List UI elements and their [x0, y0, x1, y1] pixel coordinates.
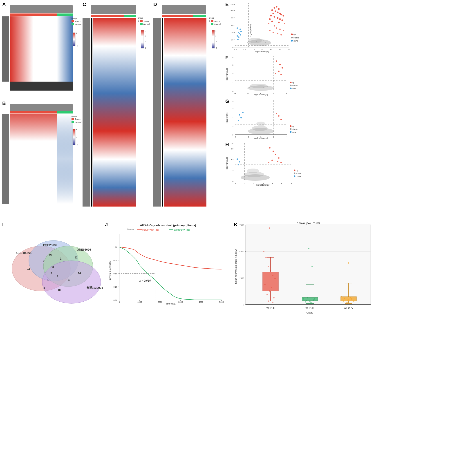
svg-point-347 [272, 302, 273, 303]
svg-text:1.5: 1.5 [261, 49, 263, 51]
svg-point-182 [290, 82, 292, 83]
svg-text:group: group [71, 115, 77, 117]
svg-text:0: 0 [216, 35, 217, 37]
svg-rect-51 [162, 18, 163, 206]
svg-text:2: 2 [273, 136, 274, 138]
svg-point-337 [268, 266, 269, 267]
svg-point-117 [277, 12, 279, 13]
svg-point-360 [310, 302, 312, 303]
svg-text:0.00: 0.00 [113, 299, 117, 301]
svg-point-175 [278, 71, 279, 72]
svg-point-364 [312, 266, 313, 267]
svg-point-124 [277, 17, 279, 19]
svg-text:WHO III: WHO III [305, 307, 314, 309]
svg-text:2: 2 [209, 20, 210, 22]
svg-point-105 [236, 35, 238, 37]
svg-point-123 [274, 16, 275, 18]
svg-point-132 [274, 25, 275, 26]
svg-point-379 [348, 262, 349, 264]
svg-rect-56 [211, 20, 213, 22]
svg-text:1395: 1395 [87, 285, 93, 288]
main-container: A group Tumor Normal [0, 0, 461, 476]
svg-text:0: 0 [52, 266, 54, 269]
svg-point-255 [238, 164, 239, 165]
svg-rect-48 [162, 5, 206, 14]
svg-text:-log10(pvalue): -log10(pvalue) [249, 24, 252, 37]
svg-point-140 [247, 42, 248, 43]
svg-text:-log10(pvalue): -log10(pvalue) [226, 68, 228, 81]
svg-rect-60 [212, 30, 215, 48]
svg-point-208 [256, 122, 265, 126]
svg-point-244 [247, 169, 259, 173]
svg-text:-1: -1 [216, 41, 217, 43]
svg-point-335 [263, 251, 264, 252]
svg-point-247 [275, 154, 276, 155]
panel-G: G -log10(pvalue) 0 1 2 3 5 log(foldchang… [225, 98, 301, 141]
svg-text:1: 1 [233, 82, 234, 84]
panel-D: D [153, 1, 223, 221]
svg-point-260 [294, 176, 296, 177]
svg-point-172 [276, 60, 277, 62]
svg-text:0: 0 [253, 183, 254, 185]
svg-rect-33 [124, 15, 136, 17]
svg-point-178 [254, 86, 255, 87]
svg-text:4: 4 [68, 279, 70, 282]
panel-B: B [2, 100, 82, 219]
svg-rect-0 [10, 5, 73, 13]
svg-point-135 [269, 30, 270, 31]
svg-rect-1 [10, 14, 57, 16]
svg-text:0: 0 [233, 90, 234, 92]
label-D: D [153, 1, 157, 8]
svg-point-134 [279, 29, 281, 30]
svg-point-122 [283, 15, 284, 17]
svg-point-207 [252, 126, 268, 131]
svg-point-345 [273, 297, 275, 298]
svg-text:8: 8 [291, 183, 292, 185]
svg-text:group: group [71, 17, 77, 20]
svg-text:-4: -4 [234, 183, 236, 185]
svg-point-121 [270, 15, 272, 17]
svg-text:Tumor: Tumor [75, 20, 81, 23]
svg-point-179 [263, 87, 264, 88]
svg-text:120: 120 [230, 4, 234, 6]
svg-text:4000: 4000 [199, 301, 203, 303]
svg-point-246 [273, 151, 274, 152]
svg-text:-1: -1 [145, 41, 146, 43]
svg-text:3.0: 3.0 [231, 148, 234, 150]
svg-point-103 [237, 39, 239, 40]
svg-text:1: 1 [216, 30, 217, 32]
svg-text:p = 0.016: p = 0.016 [139, 279, 151, 282]
svg-point-114 [278, 8, 280, 10]
svg-text:log(foldchange): log(foldchange) [255, 51, 269, 53]
svg-text:-2: -2 [244, 183, 245, 185]
svg-text:1.00: 1.00 [113, 246, 117, 248]
svg-text:5: 5 [76, 129, 77, 131]
svg-point-116 [275, 10, 276, 12]
svg-text:40: 40 [231, 32, 234, 34]
svg-rect-43 [141, 30, 144, 48]
svg-point-361 [305, 301, 306, 303]
svg-text:5: 5 [233, 57, 234, 59]
svg-point-109 [240, 31, 242, 32]
svg-rect-27 [73, 129, 75, 145]
svg-point-110 [240, 29, 241, 30]
svg-rect-319 [246, 225, 371, 305]
svg-text:0: 0 [261, 92, 261, 94]
svg-text:0: 0 [119, 301, 120, 303]
svg-text:0: 0 [76, 38, 77, 41]
svg-rect-20 [57, 114, 73, 204]
svg-rect-25 [71, 121, 74, 123]
svg-point-129 [278, 22, 280, 23]
svg-point-120 [280, 14, 282, 16]
svg-text:0: 0 [243, 304, 244, 306]
label-B: B [2, 101, 6, 106]
svg-text:3.5: 3.5 [270, 49, 272, 51]
svg-text:1: 1 [145, 30, 146, 32]
svg-point-148 [291, 37, 293, 38]
svg-rect-6 [10, 82, 73, 91]
svg-text:group: group [209, 17, 214, 19]
svg-text:0: 0 [145, 35, 146, 37]
svg-text:down: down [292, 131, 297, 133]
svg-text:up: up [292, 125, 294, 128]
svg-point-139 [280, 34, 282, 35]
